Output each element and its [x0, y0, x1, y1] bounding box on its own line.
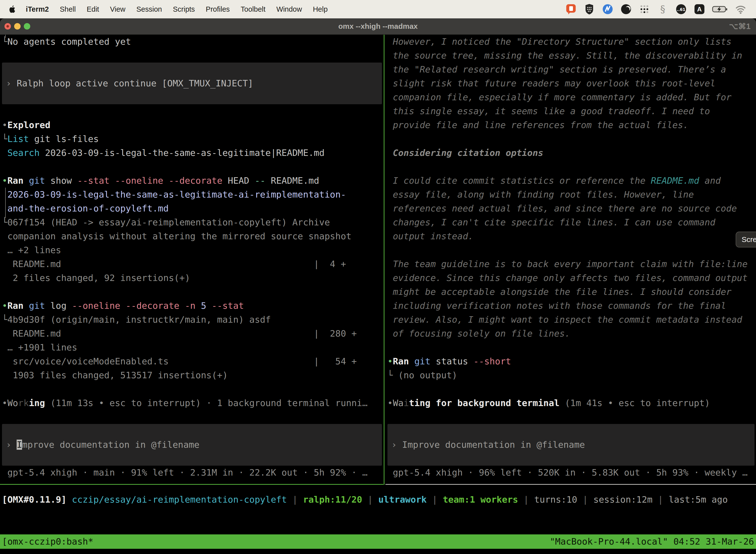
terminal-row: Considering citation options: [385, 146, 756, 160]
menu-scripts[interactable]: Scripts: [173, 5, 195, 13]
terminal-row: [385, 243, 756, 257]
terminal-row: the "Related research writing" section i…: [385, 63, 756, 76]
terminal-row: 2 files changed, 92 insertions(+): [0, 271, 383, 285]
apple-icon: [8, 5, 16, 14]
tree-connector-git-show: [5, 188, 6, 218]
terminal-row: … +1901 lines: [0, 340, 383, 354]
agent-log-right: However, I noticed the "Directory Struct…: [385, 35, 756, 424]
window-title: omx --xhigh --madmax: [0, 18, 756, 34]
menu-toolbelt[interactable]: Toolbelt: [241, 5, 265, 13]
tmux-host-clock: "MacBook-Pro-44.local" 04:52 31-Mar-26: [550, 535, 754, 549]
terminal-row: •Waiting for background terminal (1m 41s…: [385, 396, 756, 410]
terminal-row: essay file, along with finding root file…: [385, 188, 756, 202]
prompt-input-left[interactable]: › Improve documentation in @filename: [2, 424, 382, 466]
terminal-row: └No agents completed yet: [0, 35, 383, 49]
svg-text:A: A: [697, 5, 702, 13]
terminal-row: [0, 382, 383, 396]
omx-status-line: [OMX#0.11.9] cczip/essay/ai-reimplementa…: [0, 493, 756, 507]
dots-grid-icon[interactable]: [638, 3, 650, 15]
terminal-row: •Ran git status --short: [385, 354, 756, 368]
screen-sharing-overlay[interactable]: Scre: [736, 232, 756, 247]
terminal-content: └No agents completed yet › Ralph loop ac…: [0, 35, 756, 554]
menu-session[interactable]: Session: [136, 5, 162, 13]
menu-edit[interactable]: Edit: [86, 5, 99, 13]
prompt-input-text-left: › Improve documentation in @filename: [2, 438, 382, 452]
tmux-pane-right[interactable]: However, I noticed the "Directory Struct…: [385, 35, 756, 480]
menu-app-name[interactable]: iTerm2: [26, 5, 49, 13]
terminal-row: •Working (11m 13s • esc to interrupt) · …: [0, 396, 383, 410]
menu-help[interactable]: Help: [313, 5, 328, 13]
badge-grid-icon[interactable]: [583, 3, 595, 15]
prompt-history-box-left[interactable]: › Ralph loop active continue [OMX_TMUX_I…: [2, 63, 382, 104]
window-shortcut-badge: ⌥⌘1: [729, 18, 751, 34]
menu-bar: iTerm2 Shell Edit View Session Scripts P…: [0, 0, 756, 18]
terminal-row: [385, 382, 756, 396]
terminal-row: README.md | 4 +: [0, 257, 383, 271]
terminal-row: └067f154 (HEAD -> essay/ai-reimplementat…: [0, 215, 383, 229]
terminal-row: I could cite commit statistics or refere…: [385, 174, 756, 188]
prompt-input-right[interactable]: › Improve documentation in @filename: [387, 424, 755, 466]
session-status-right: gpt-5.4 xhigh · 96% left · 520K in · 5.8…: [385, 466, 756, 480]
menu-bar-status-icons: § ..61 A: [565, 3, 747, 15]
battery-icon[interactable]: [712, 3, 728, 15]
terminal-row: [0, 285, 383, 299]
terminal-row: 2026-03-09-is-legal-the-same-as-legitima…: [0, 188, 383, 202]
menu-window[interactable]: Window: [276, 5, 302, 13]
terminal-row: including verification notes with those …: [385, 299, 756, 313]
terminal-row: slight risk that future readers may over…: [385, 76, 756, 90]
svg-text:..61: ..61: [677, 7, 685, 12]
terminal-row: might be acceptable alongside the file l…: [385, 285, 756, 299]
squiggle-icon[interactable]: §: [657, 3, 669, 15]
terminal-row: •Ran git show --stat --oneline --decorat…: [0, 174, 383, 188]
terminal-row: 1903 files changed, 513517 insertions(+): [0, 368, 383, 382]
terminal-row: └ (no output): [385, 368, 756, 382]
terminal-row: references need actual files, and since …: [385, 202, 756, 215]
blue-zigzag-icon[interactable]: [602, 3, 614, 15]
crescent-moon-icon[interactable]: [620, 3, 632, 15]
keyboard-layout-icon[interactable]: A: [693, 3, 705, 15]
terminal-row: review. Also, I might want to inspect th…: [385, 313, 756, 327]
terminal-row: output instead.: [385, 229, 756, 243]
prompt-input-text-right: › Improve documentation in @filename: [387, 438, 755, 452]
terminal-row: of focusing solely on file lines.: [385, 327, 756, 340]
terminal-row: [385, 132, 756, 146]
terminal-row: changes, I can't cite specific file line…: [385, 215, 756, 229]
terminal-row: README.md | 280 +: [0, 327, 383, 340]
wifi-icon[interactable]: [735, 3, 747, 15]
terminal-row: •Explored: [0, 118, 383, 132]
menu-shell[interactable]: Shell: [60, 5, 76, 13]
pane-bottom-border-active: [0, 484, 383, 485]
terminal-row: [385, 340, 756, 354]
terminal-row: [0, 410, 383, 424]
chat-bubble-icon[interactable]: [565, 3, 577, 15]
tmux-session-label[interactable]: [omx-cczip0:bash*: [2, 535, 93, 549]
terminal-row: [0, 49, 383, 63]
tmux-status-bar: [omx-cczip0:bash* "MacBook-Pro-44.local"…: [0, 535, 756, 549]
agent-log-left-top: └No agents completed yet: [0, 35, 383, 63]
terminal-row: gpt-5.4 xhigh · main · 91% left · 2.31M …: [0, 466, 383, 480]
menu-profiles[interactable]: Profiles: [206, 5, 230, 13]
terminal-row: gpt-5.4 xhigh · 96% left · 520K in · 5.8…: [385, 466, 756, 480]
terminal-row: [385, 160, 756, 174]
screen: { "colors":{ "accent_green":"#55b33b","c…: [0, 0, 756, 554]
apple-menu[interactable]: [8, 5, 16, 14]
terminal-row: [385, 410, 756, 424]
terminal-row: [0, 160, 383, 174]
terminal-row: companion file, especially if more comme…: [385, 90, 756, 104]
pane-bottom-border-inactive: [385, 484, 756, 485]
tmux-pane-divider[interactable]: [384, 35, 384, 485]
menu-view[interactable]: View: [110, 5, 125, 13]
terminal-row: [0, 104, 383, 118]
session-status-left: gpt-5.4 xhigh · main · 91% left · 2.31M …: [0, 466, 383, 480]
terminal-row: •Ran git log --oneline --decorate -n 5 -…: [0, 299, 383, 313]
terminal-row: └4b9d30f (origin/main, instructkr/main, …: [0, 313, 383, 327]
battery-61-icon[interactable]: ..61: [675, 3, 687, 15]
terminal-row: … +2 lines: [0, 243, 383, 257]
terminal-row: evidence. Since this change only affects…: [385, 271, 756, 285]
window-title-bar[interactable]: omx --xhigh --madmax ⌥⌘1: [0, 18, 756, 35]
terminal-row: this single essay, it seems like a good …: [385, 104, 756, 118]
agent-log-left: •Explored└List git ls-files Search 2026-…: [0, 104, 383, 424]
prompt-history-text: › Ralph loop active continue [OMX_TMUX_I…: [2, 76, 382, 90]
terminal-row: Search 2026-03-09-is-legal-the-same-as-l…: [0, 146, 383, 160]
tmux-pane-left[interactable]: └No agents completed yet › Ralph loop ac…: [0, 35, 383, 480]
